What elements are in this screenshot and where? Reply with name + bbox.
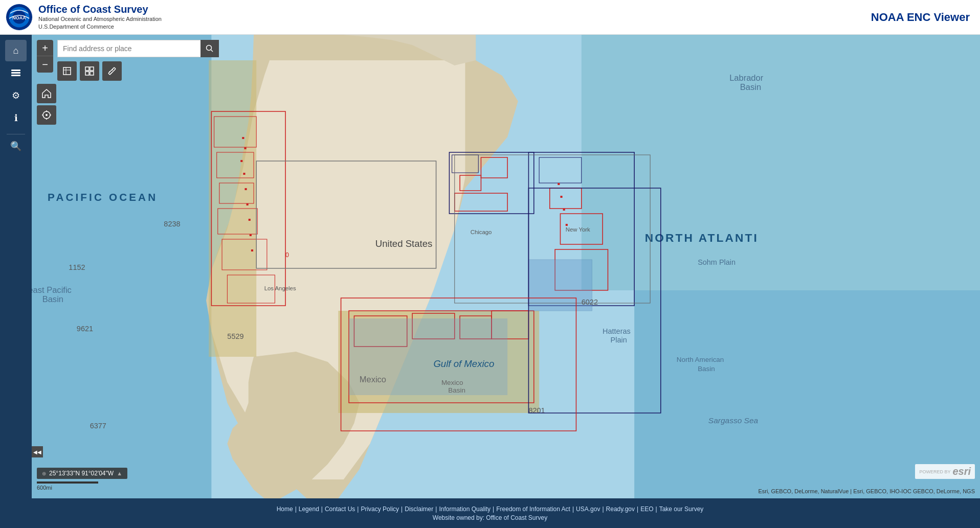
svg-rect-50 [566,224,568,226]
footer-foia-link[interactable]: Freedom of Information Act [496,506,570,513]
coordinate-expand-btn[interactable]: ▲ [117,470,122,476]
footer-home-link[interactable]: Home [277,506,293,513]
default-extent-btn[interactable] [37,84,56,103]
zoom-in-btn[interactable]: + [37,40,53,56]
measure-btn[interactable] [102,61,122,81]
sidebar-home-btn[interactable]: ⌂ [5,40,27,61]
svg-rect-39 [244,147,246,149]
noaa-logo: NOAA [5,3,33,31]
powered-by-label: POWERED BY [919,469,950,474]
svg-text:Basin: Basin [42,294,63,304]
svg-rect-45 [250,234,252,236]
sidebar-layers-btn[interactable] [5,62,27,84]
svg-text:Basin: Basin [448,386,465,394]
footer-usa-gov-link[interactable]: USA.gov [576,506,600,513]
svg-text:Basin: Basin [740,82,761,91]
svg-rect-38 [242,137,244,139]
svg-rect-47 [558,183,560,185]
svg-rect-43 [247,203,249,205]
footer-links: Home | Legend | Contact Us | Privacy Pol… [277,506,704,513]
coordinate-bar: ⊕ 25°13'33"N 91°02'04"W ▲ [37,468,127,479]
svg-line-87 [211,50,213,52]
svg-text:0: 0 [285,251,289,259]
footer-eeo-link[interactable]: EEO [640,506,653,513]
map-container[interactable]: 8238 1152 0 9621 5529 6377 8201 6022 PAC… [0,35,980,498]
svg-rect-94 [90,72,94,75]
svg-rect-91 [85,67,89,71]
footer: Home | Legend | Contact Us | Privacy Pol… [0,498,980,528]
tool-buttons [57,61,122,81]
svg-text:Sargasso Sea: Sargasso Sea [708,416,758,425]
zoom-controls: + − [37,40,53,73]
svg-rect-49 [563,209,565,211]
svg-text:United States: United States [375,238,433,249]
svg-text:Mexico: Mexico [360,375,386,384]
svg-rect-85 [11,70,20,71]
header-left: NOAA Office of Coast Survey National Oce… [0,3,162,31]
nav-buttons [37,84,56,125]
svg-rect-46 [251,249,253,251]
svg-text:Los Angeles: Los Angeles [264,285,296,291]
svg-rect-95 [108,67,116,75]
svg-text:New York: New York [566,226,590,233]
sidebar-settings-btn[interactable]: ⚙ [5,85,27,106]
footer-survey-link[interactable]: Take our Survey [659,506,704,513]
svg-rect-93 [85,72,89,75]
svg-rect-83 [11,75,20,76]
svg-rect-42 [244,188,247,190]
app-title: NOAA ENC Viewer [871,11,970,24]
footer-disclaimer-link[interactable]: Disclaimer [405,506,433,513]
footer-legend-link[interactable]: Legend [299,506,319,513]
agency-text: Office of Coast Survey National Oceanic … [38,4,162,31]
svg-text:Labrador: Labrador [729,73,764,82]
svg-text:Mexico: Mexico [441,379,463,386]
svg-rect-48 [560,196,562,198]
svg-rect-40 [240,160,242,162]
search-input[interactable] [57,40,201,57]
attribution-text: Esri, GEBCO, DeLorme, NaturalVue | Esri,… [758,488,975,494]
agency-sub2: U.S.Department of Commerce [38,23,162,31]
svg-text:5529: 5529 [227,332,243,340]
svg-text:Plain: Plain [611,336,627,344]
map-attribution: Esri, GEBCO, DeLorme, NaturalVue | Esri,… [37,488,975,494]
svg-text:PACIFIC OCEAN: PACIFIC OCEAN [48,192,158,203]
svg-rect-84 [11,72,20,74]
zoom-out-btn[interactable]: − [37,56,53,73]
search-button[interactable] [201,40,219,57]
svg-text:9621: 9621 [77,325,93,333]
svg-text:North American: North American [677,356,724,363]
svg-text:1152: 1152 [69,263,85,271]
esri-logo: esri [952,466,971,477]
sidebar-search-btn[interactable]: 🔍 [5,135,27,157]
svg-rect-88 [63,67,71,75]
svg-text:Chicago: Chicago [471,229,492,235]
header: NOAA Office of Coast Survey National Oce… [0,0,980,35]
coordinate-value: 25°13'33"N 91°02'04"W [49,470,114,477]
footer-ready-gov-link[interactable]: Ready.gov [606,506,635,513]
map-svg: 8238 1152 0 9621 5529 6377 8201 6022 PAC… [0,35,980,498]
svg-text:6377: 6377 [90,422,106,430]
svg-point-101 [46,114,48,116]
footer-contact-link[interactable]: Contact Us [325,506,355,513]
footer-privacy-link[interactable]: Privacy Policy [361,506,399,513]
header-right: NOAA ENC Viewer [871,11,980,24]
svg-rect-44 [249,219,251,221]
esri-brand: POWERED BY esri [915,464,975,479]
sidebar-collapse-btn[interactable]: ◀◀ [32,446,43,457]
agency-sub1: National Oceanic and Atmospheric Adminis… [38,15,162,23]
svg-text:Hatteras: Hatteras [603,327,631,335]
footer-information-quality-link[interactable]: Information Quality [439,506,491,513]
basemap-gallery-btn[interactable] [80,61,99,81]
search-bar [57,40,219,57]
footer-owner: Website owned by: Office of Coast Survey [433,514,547,521]
svg-rect-7 [582,35,980,290]
svg-text:6022: 6022 [582,298,598,306]
svg-marker-99 [42,89,51,98]
svg-text:NORTH ATLANTI: NORTH ATLANTI [645,232,759,244]
locate-btn[interactable] [37,105,56,125]
svg-text:Sohm Plain: Sohm Plain [698,258,736,266]
sidebar-info-btn[interactable]: ℹ [5,107,27,129]
agency-name: Office of Coast Survey [38,4,162,15]
bookmark-btn[interactable] [57,61,77,81]
left-sidebar: ⌂ ⚙ ℹ 🔍 [0,35,32,498]
